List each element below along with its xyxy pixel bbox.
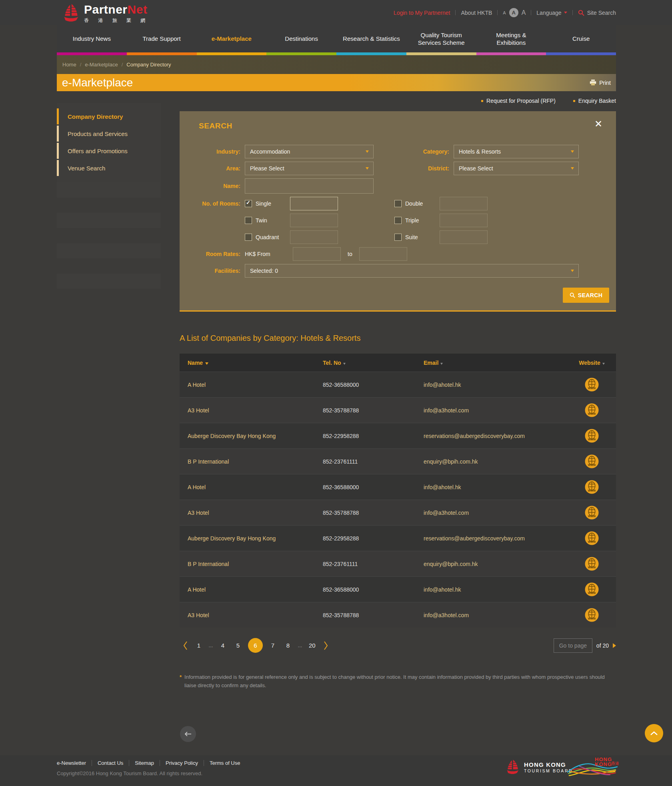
goto-page-input[interactable] — [554, 638, 592, 653]
nav-item-quality-tourism[interactable]: Quality Tourism Services Scheme — [406, 25, 476, 52]
website-globe-icon[interactable] — [585, 506, 599, 520]
hktb-logo[interactable]: HONG KONG TOURISM BOARD — [506, 759, 573, 775]
about-hktb-link[interactable]: About HKTB — [461, 10, 492, 16]
company-name[interactable]: Auberge Discovery Bay Hong Kong — [180, 433, 323, 439]
footer-link-sitemap[interactable]: Sitemap — [129, 760, 154, 766]
table-row[interactable]: A Hotel 852-36588000 info@ahotel.hk — [180, 474, 616, 500]
double-checkbox[interactable] — [394, 200, 402, 207]
quadrant-checkbox[interactable] — [245, 234, 252, 241]
page-number-1[interactable]: 1 — [196, 642, 202, 649]
page-number-20[interactable]: 20 — [309, 642, 316, 649]
triple-checkbox[interactable] — [394, 217, 402, 224]
table-row[interactable]: A3 Hotel 852-35788788 info@a3hotel.com — [180, 602, 616, 628]
sidebar-item-company-directory[interactable]: Company Directory — [57, 108, 161, 124]
column-header-email[interactable]: Email — [424, 360, 568, 366]
website-globe-icon[interactable] — [585, 403, 599, 417]
company-name[interactable]: Auberge Discovery Bay Hong Kong — [180, 535, 323, 542]
footer-link-contact[interactable]: Contact Us — [92, 760, 123, 766]
nav-item-destinations[interactable]: Destinations — [266, 25, 336, 52]
scroll-to-top-button[interactable] — [645, 724, 663, 742]
rate-to-input[interactable] — [359, 247, 407, 261]
company-name[interactable]: A3 Hotel — [180, 612, 323, 618]
website-globe-icon[interactable] — [585, 429, 599, 443]
rate-from-input[interactable] — [293, 247, 341, 261]
industry-select[interactable]: Accommodation — [245, 145, 374, 158]
company-email[interactable]: info@ahotel.hk — [424, 484, 568, 490]
page-number-5[interactable]: 5 — [235, 642, 241, 649]
website-globe-icon[interactable] — [585, 378, 599, 392]
nav-item-meetings-exhibitions[interactable]: Meetings & Exhibitions — [476, 25, 546, 52]
website-globe-icon[interactable] — [585, 582, 599, 596]
sidebar-item-products-services[interactable]: Products and Services — [57, 126, 161, 142]
sidebar-item-offers-promotions[interactable]: Offers and Promotions — [57, 143, 161, 159]
website-globe-icon[interactable] — [585, 480, 599, 494]
page-number-4[interactable]: 4 — [220, 642, 226, 649]
company-email[interactable]: info@a3hotel.com — [424, 612, 568, 618]
website-globe-icon[interactable] — [585, 454, 599, 468]
table-row[interactable]: A3 Hotel 852-35788788 info@a3hotel.com — [180, 500, 616, 525]
suite-rooms-input[interactable] — [440, 230, 488, 244]
website-globe-icon[interactable] — [585, 531, 599, 545]
column-header-website[interactable]: Website — [568, 360, 616, 366]
sidebar-item-venue-search[interactable]: Venue Search — [57, 160, 161, 176]
website-globe-icon[interactable] — [585, 608, 599, 622]
nav-item-research-statistics[interactable]: Research & Statistics — [336, 25, 406, 52]
next-page-button[interactable] — [320, 641, 332, 650]
company-name[interactable]: A3 Hotel — [180, 510, 323, 516]
previous-page-button[interactable] — [180, 641, 191, 650]
footer-link-newsletter[interactable]: e-Newsletter — [57, 760, 86, 766]
company-email[interactable]: enquiry@bpih.com.hk — [424, 458, 568, 465]
company-email[interactable]: info@ahotel.hk — [424, 586, 568, 593]
company-email[interactable]: enquiry@bpih.com.hk — [424, 561, 568, 567]
back-button[interactable] — [180, 726, 196, 742]
double-rooms-input[interactable] — [440, 197, 488, 210]
close-icon[interactable]: ✕ — [594, 119, 602, 129]
column-header-tel[interactable]: Tel. No — [323, 360, 424, 366]
search-button[interactable]: SEARCH — [563, 288, 609, 303]
footer-link-privacy[interactable]: Privacy Policy — [160, 760, 198, 766]
enquiry-basket-link[interactable]: Enquiry Basket — [573, 98, 616, 104]
page-number-7[interactable]: 7 — [270, 642, 276, 649]
triple-rooms-input[interactable] — [440, 214, 488, 227]
company-email[interactable]: reservations@aubergediscoverybay.com — [424, 535, 568, 542]
table-row[interactable]: B P International 852-23761111 enquiry@b… — [180, 551, 616, 576]
company-email[interactable]: info@ahotel.hk — [424, 382, 568, 388]
table-row[interactable]: Auberge Discovery Bay Hong Kong 852-2295… — [180, 525, 616, 551]
nav-item-cruise[interactable]: Cruise — [546, 25, 616, 52]
page-number-8[interactable]: 8 — [285, 642, 291, 649]
column-header-name[interactable]: Name — [180, 360, 323, 366]
name-input[interactable] — [245, 178, 374, 194]
area-select[interactable]: Please Select — [245, 162, 374, 175]
nav-item-industry-news[interactable]: Industry News — [57, 25, 127, 52]
company-email[interactable]: info@a3hotel.com — [424, 510, 568, 516]
table-row[interactable]: A Hotel 852-36588000 info@ahotel.hk — [180, 372, 616, 397]
nav-item-e-marketplace[interactable]: e-Marketplace — [197, 25, 267, 52]
company-name[interactable]: A Hotel — [180, 382, 323, 388]
suite-checkbox[interactable] — [394, 234, 402, 241]
breadcrumb-e-marketplace[interactable]: e-Marketplace — [85, 62, 118, 68]
facilities-select[interactable]: Selected: 0 — [245, 264, 579, 278]
nav-item-trade-support[interactable]: Trade Support — [127, 25, 197, 52]
font-size-small-button[interactable]: A — [503, 10, 506, 15]
district-select[interactable]: Please Select — [454, 162, 579, 175]
print-button[interactable]: Print — [590, 80, 611, 86]
rfp-link[interactable]: Request for Proposal (RFP) — [481, 98, 556, 104]
login-link[interactable]: Login to My Partnernet — [394, 10, 450, 16]
hong-kong-brand-ribbon-logo[interactable]: HONG KONG 香港 — [566, 757, 619, 779]
font-size-large-button[interactable]: A — [522, 9, 526, 16]
table-row[interactable]: Auberge Discovery Bay Hong Kong 852-2295… — [180, 423, 616, 448]
page-number-6-current[interactable]: 6 — [248, 638, 263, 653]
partnernet-logo[interactable]: PartnerNet 香 港 旅 業 網 — [62, 3, 149, 24]
company-email[interactable]: reservations@aubergediscoverybay.com — [424, 433, 568, 439]
company-name[interactable]: A3 Hotel — [180, 407, 323, 414]
twin-rooms-input[interactable] — [290, 214, 338, 227]
breadcrumb-home[interactable]: Home — [62, 62, 76, 68]
company-name[interactable]: B P International — [180, 561, 323, 567]
quadrant-rooms-input[interactable] — [290, 230, 338, 244]
language-selector[interactable]: Language — [536, 10, 567, 16]
footer-link-terms[interactable]: Terms of Use — [204, 760, 240, 766]
go-arrow-icon[interactable] — [613, 643, 616, 648]
company-name[interactable]: A Hotel — [180, 484, 323, 490]
font-size-medium-button[interactable]: A — [509, 8, 518, 17]
table-row[interactable]: A Hotel 852-36588000 info@ahotel.hk — [180, 576, 616, 602]
